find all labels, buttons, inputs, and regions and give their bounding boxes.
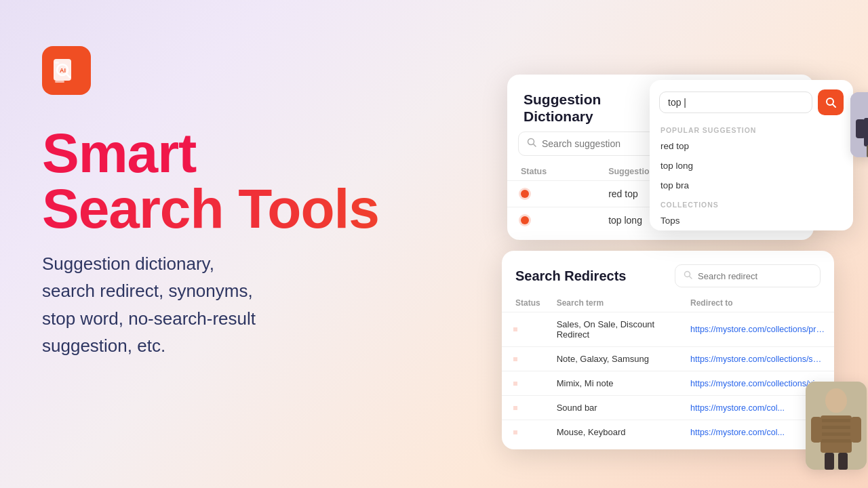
hero-section: Smart Search Tools Suggestion dictionary… xyxy=(42,125,503,359)
app-logo: AI xyxy=(42,46,91,95)
search-term-cell: Mouse, Keyboard xyxy=(549,420,682,445)
svg-rect-25 xyxy=(821,439,852,443)
svg-rect-24 xyxy=(821,432,852,436)
autocomplete-search-input[interactable] xyxy=(668,97,804,108)
status-cell xyxy=(521,216,592,224)
table-row: Mimix, Mi note https://mystore.com/colle… xyxy=(502,371,834,396)
hero-subtitle: Suggestion dictionary,search redirect, s… xyxy=(42,250,503,359)
svg-rect-27 xyxy=(850,417,861,443)
search-redirects-card: Search Redirects Status Search term Redi… xyxy=(502,251,834,449)
svg-rect-4 xyxy=(55,81,64,83)
svg-rect-28 xyxy=(825,453,834,470)
autocomplete-item[interactable]: red top xyxy=(650,136,853,156)
svg-rect-23 xyxy=(821,426,852,429)
table-row: Mouse, Keyboard https://mystore.com/col.… xyxy=(502,420,834,445)
redirects-title: Search Redirects xyxy=(515,268,626,284)
search-term-cell: Sound bar xyxy=(549,396,682,420)
redirect-link[interactable]: https://mystore.com/collections/samsung xyxy=(690,354,826,364)
autocomplete-item[interactable]: top long xyxy=(650,156,853,176)
redirects-search-input[interactable] xyxy=(698,271,812,281)
redirect-link[interactable]: https://mystore.com/collections/xiaomi xyxy=(690,379,826,388)
table-row: Sales, On Sale, Discount Redirect https:… xyxy=(502,312,834,347)
col-status: Status xyxy=(502,294,549,312)
search-term-cell: Note, Galaxy, Samsung xyxy=(549,347,682,371)
svg-line-9 xyxy=(833,104,835,107)
search-icon xyxy=(527,138,536,150)
autocomplete-item[interactable]: top bra xyxy=(650,176,853,195)
table-row: Sound bar https://mystore.com/col... xyxy=(502,396,834,420)
hero-title-line2: Search Tools xyxy=(42,181,503,237)
svg-rect-29 xyxy=(838,453,848,470)
collection-item[interactable]: Tops xyxy=(650,211,853,230)
autocomplete-input-box[interactable] xyxy=(659,92,812,113)
svg-rect-5 xyxy=(55,62,59,64)
collections-label: COLLECTIONS xyxy=(650,195,853,211)
search-icon xyxy=(684,270,692,282)
svg-text:AI: AI xyxy=(60,67,66,74)
svg-point-20 xyxy=(825,388,847,413)
svg-line-18 xyxy=(690,277,692,279)
status-dot-active xyxy=(521,216,529,224)
redirects-search-box[interactable] xyxy=(675,264,821,287)
col-status: Status xyxy=(507,163,600,181)
hero-title-line1: Smart xyxy=(42,125,503,181)
product-image-thumbnail xyxy=(850,92,868,157)
autocomplete-search-button[interactable] xyxy=(818,89,844,115)
redirects-table: Status Search term Redirect to Sales, On… xyxy=(502,294,834,444)
svg-rect-26 xyxy=(811,417,822,443)
col-search-term: Search term xyxy=(549,294,682,312)
table-row: Note, Galaxy, Samsung https://mystore.co… xyxy=(502,347,834,371)
redirect-link[interactable]: https://mystore.com/collections/promotio… xyxy=(690,325,826,334)
autocomplete-popup: POPULAR SUGGESTION red top top long top … xyxy=(650,80,853,230)
search-term-cell: Mimix, Mi note xyxy=(549,371,682,396)
status-cell xyxy=(521,190,592,198)
status-dot-active xyxy=(521,190,529,198)
svg-line-7 xyxy=(534,144,536,147)
product-image-thumbnail-bottom xyxy=(806,382,867,470)
svg-rect-22 xyxy=(821,419,852,422)
popular-suggestion-label: POPULAR SUGGESTION xyxy=(650,122,853,136)
search-term-cell: Sales, On Sale, Discount Redirect xyxy=(549,312,682,347)
svg-rect-13 xyxy=(856,119,865,138)
col-redirect-to: Redirect to xyxy=(682,294,834,312)
